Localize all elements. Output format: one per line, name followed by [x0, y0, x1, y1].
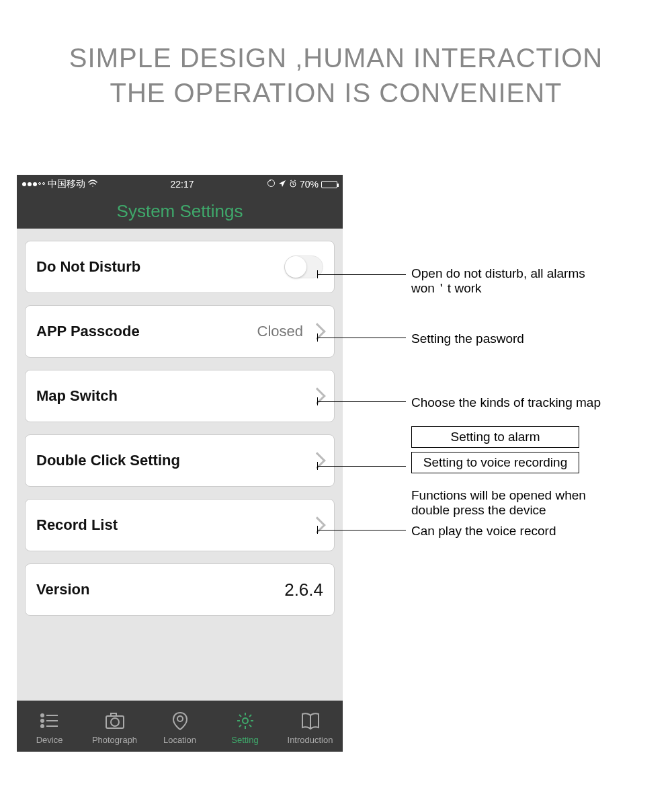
- row-right: Closed: [257, 323, 323, 340]
- gear-icon: [235, 711, 255, 732]
- book-icon: [300, 711, 321, 732]
- annotation-dnd: Open do not disturb, all alarms won＇t wo…: [411, 266, 586, 296]
- connector-tick: [317, 397, 318, 405]
- clock-label: 22:17: [170, 179, 194, 190]
- settings-list: Do Not Disturb APP Passcode Closed Map S…: [17, 229, 343, 640]
- location-arrow-icon: [278, 179, 286, 190]
- phone-frame: 中国移动 22:17 70% System Settings Do Not Di…: [17, 175, 343, 752]
- row-double-click-setting[interactable]: Double Click Setting: [25, 434, 335, 487]
- battery-icon: [321, 181, 337, 188]
- carrier-label: 中国移动: [48, 178, 85, 190]
- headline-line-1: SIMPLE DESIGN ,HUMAN INTERACTION: [0, 40, 672, 75]
- tab-label: Location: [163, 735, 196, 745]
- tab-bar: Device Photograph Location Setting Intro…: [17, 701, 343, 752]
- headline-line-2: THE OPERATION IS CONVENIENT: [0, 75, 672, 110]
- list-icon: [40, 711, 60, 732]
- row-label: APP Passcode: [36, 323, 140, 340]
- svg-rect-10: [111, 713, 116, 716]
- tab-photograph[interactable]: Photograph: [82, 711, 147, 745]
- row-label: Record List: [36, 516, 118, 534]
- connector-line: [317, 338, 406, 338]
- headline: SIMPLE DESIGN ,HUMAN INTERACTION THE OPE…: [0, 0, 672, 110]
- row-version: Version 2.6.4: [25, 563, 335, 616]
- connector-tick: [317, 526, 318, 534]
- svg-point-11: [177, 716, 183, 721]
- connector-tick: [317, 333, 318, 342]
- tab-label: Introduction: [288, 735, 333, 745]
- row-label: Double Click Setting: [36, 452, 180, 469]
- row-label: Map Switch: [36, 387, 118, 405]
- row-map-switch[interactable]: Map Switch: [25, 370, 335, 422]
- svg-point-0: [267, 180, 274, 187]
- svg-point-4: [41, 719, 44, 722]
- connector-tick: [317, 270, 318, 278]
- alarm-icon: [289, 179, 297, 190]
- tab-label: Setting: [231, 735, 258, 745]
- tab-introduction[interactable]: Introduction: [278, 711, 343, 745]
- row-app-passcode[interactable]: APP Passcode Closed: [25, 305, 335, 358]
- annotation-box-alarm: Setting to alarm: [411, 426, 579, 448]
- annotation-double-click-note: Functions will be opened when double pre…: [411, 488, 599, 518]
- row-record-list[interactable]: Record List: [25, 499, 335, 551]
- svg-point-6: [41, 725, 44, 727]
- page-title: System Settings: [117, 201, 243, 222]
- annotation-map-switch: Choose the kinds of tracking map: [411, 395, 601, 410]
- status-right: 70%: [267, 179, 337, 190]
- tab-label: Photograph: [92, 735, 137, 745]
- svg-point-2: [41, 714, 44, 717]
- orientation-lock-icon: [267, 179, 276, 190]
- tab-device[interactable]: Device: [17, 711, 82, 745]
- camera-icon: [105, 711, 125, 732]
- location-pin-icon: [170, 711, 190, 732]
- tab-setting[interactable]: Setting: [212, 711, 278, 745]
- row-right: [303, 455, 323, 467]
- connector-line: [317, 530, 406, 530]
- status-left: 中国移动: [22, 178, 97, 190]
- signal-icon: [22, 182, 45, 186]
- row-value: 2.6.4: [284, 580, 323, 600]
- svg-point-9: [111, 718, 119, 726]
- connector-line: [317, 401, 406, 402]
- annotation-passcode: Setting the pasword: [411, 331, 524, 346]
- row-right: [303, 390, 323, 402]
- battery-pct-label: 70%: [300, 179, 319, 190]
- annotation-record-list: Can play the voice record: [411, 524, 556, 539]
- tab-label: Device: [36, 735, 63, 745]
- row-do-not-disturb[interactable]: Do Not Disturb: [25, 241, 335, 293]
- status-bar: 中国移动 22:17 70%: [17, 175, 343, 194]
- nav-bar: System Settings: [17, 194, 343, 229]
- wifi-icon: [88, 179, 97, 190]
- toggle-knob: [285, 256, 306, 278]
- row-label: Version: [36, 581, 89, 598]
- svg-point-12: [243, 718, 248, 723]
- row-value: Closed: [257, 323, 303, 340]
- connector-tick: [317, 462, 318, 470]
- row-label: Do Not Disturb: [36, 258, 140, 276]
- connector-line: [317, 274, 406, 275]
- tab-location[interactable]: Location: [147, 711, 212, 745]
- annotation-box-voice: Setting to voice recording: [411, 452, 579, 473]
- connector-line: [317, 466, 406, 467]
